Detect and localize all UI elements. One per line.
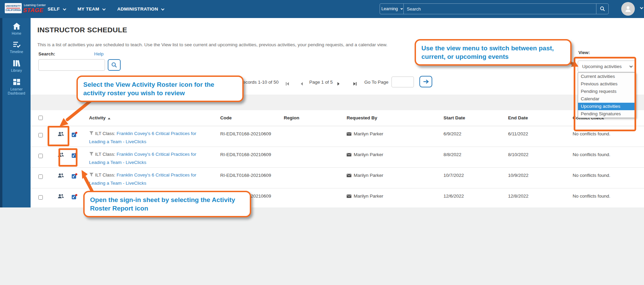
activity-type: ILT Class: bbox=[95, 172, 116, 178]
sidebar-item-learner-dashboard-label: Learner Dashboard bbox=[8, 87, 25, 95]
university-california-badge-icon: UNIVERSITY CALIFORNIA bbox=[5, 3, 22, 13]
first-page-icon bbox=[285, 82, 290, 86]
next-page-icon bbox=[337, 82, 340, 86]
table-row: ILT Class: Franklin Covey's 6 Critical P… bbox=[31, 147, 644, 168]
badge-line2: CALIFORNIA bbox=[5, 9, 21, 12]
chevron-down-icon bbox=[63, 7, 66, 11]
goto-page-input[interactable] bbox=[391, 77, 414, 87]
global-search-input[interactable] bbox=[403, 3, 596, 14]
callout-text: Use the view menu to switch between past… bbox=[421, 45, 554, 60]
row-checkbox[interactable] bbox=[38, 154, 43, 158]
end-date-cell: 12/8/2022 bbox=[508, 194, 528, 199]
dashboard-icon bbox=[12, 78, 21, 86]
badge-line1: UNIVERSITY bbox=[6, 5, 21, 7]
end-date-cell: 10/9/2022 bbox=[508, 173, 528, 178]
schedule-search-button[interactable] bbox=[108, 59, 121, 71]
sidebar-item-learner-dashboard[interactable]: Learner Dashboard bbox=[2, 78, 31, 95]
view-dropdown[interactable]: Upcoming activities bbox=[578, 61, 636, 72]
view-activity-roster-icon[interactable] bbox=[58, 132, 64, 138]
last-page-button[interactable] bbox=[353, 81, 357, 87]
callout-signin-sheet-tip: Open the sign-in sheet by selecting the … bbox=[83, 191, 251, 217]
column-header-region[interactable]: Region bbox=[284, 115, 299, 120]
view-dropdown-list: Current activities Previous activities P… bbox=[578, 72, 636, 118]
top-navigation-bar: UNIVERSITY CALIFORNIA Learning Center ST… bbox=[0, 0, 644, 18]
menu-self[interactable]: SELF bbox=[48, 0, 65, 18]
view-option-current-activities[interactable]: Current activities bbox=[578, 73, 636, 80]
column-header-activity[interactable]: Activity bbox=[89, 115, 110, 120]
select-all-checkbox[interactable] bbox=[38, 116, 43, 120]
account-menu-chevron-icon[interactable] bbox=[640, 6, 643, 9]
row-checkbox[interactable] bbox=[38, 195, 43, 200]
view-label: View: bbox=[578, 50, 590, 55]
requested-by-name: Marilyn Parker bbox=[354, 152, 383, 157]
requested-by-cell: Marilyn Parker bbox=[347, 173, 383, 178]
chevron-down-icon bbox=[400, 7, 403, 10]
code-cell: RI-EDILT0168-20210609 bbox=[220, 131, 271, 136]
next-page-button[interactable] bbox=[337, 81, 340, 87]
activity-roster-report-icon[interactable] bbox=[71, 194, 77, 201]
previous-page-button[interactable] bbox=[300, 81, 303, 87]
view-option-pending-signatures[interactable]: Pending Signatures bbox=[578, 110, 636, 118]
user-icon bbox=[624, 5, 632, 13]
start-date-cell: 12/6/2022 bbox=[443, 194, 464, 199]
conflict-check-cell: No conflicts found. bbox=[573, 173, 610, 178]
requested-by-cell: Marilyn Parker bbox=[347, 152, 383, 157]
sort-ascending-icon bbox=[108, 118, 110, 119]
end-date-cell: 6/11/2022 bbox=[508, 131, 528, 136]
first-page-button[interactable] bbox=[285, 81, 290, 87]
records-count: Records 1-10 of 50 bbox=[240, 80, 279, 85]
view-dropdown-value: Upcoming activities bbox=[582, 64, 622, 69]
envelope-icon bbox=[347, 174, 351, 177]
sidebar-item-home[interactable]: Home bbox=[2, 22, 31, 35]
activity-cell: ILT Class: Franklin Covey's 6 Critical P… bbox=[89, 130, 209, 146]
activity-roster-report-icon[interactable] bbox=[71, 132, 77, 139]
help-link[interactable]: Help bbox=[94, 51, 104, 56]
view-option-calendar[interactable]: Calendar bbox=[578, 95, 636, 103]
table-row: ILT Class: Franklin Covey's 6 Critical P… bbox=[31, 168, 644, 188]
search-icon bbox=[111, 62, 117, 68]
schedule-search-input[interactable] bbox=[38, 59, 105, 71]
chevron-down-icon bbox=[629, 64, 633, 68]
chevron-down-icon bbox=[161, 7, 164, 11]
start-date-cell: 10/7/2022 bbox=[443, 173, 464, 178]
uc-learning-center-logo[interactable]: UNIVERSITY CALIFORNIA Learning Center ST… bbox=[5, 3, 49, 16]
view-activity-roster-icon[interactable] bbox=[58, 173, 64, 180]
column-header-start-date[interactable]: Start Date bbox=[443, 115, 465, 120]
activity-roster-report-icon[interactable] bbox=[71, 173, 77, 180]
row-checkbox[interactable] bbox=[38, 133, 43, 137]
view-option-upcoming-activities[interactable]: Upcoming activities bbox=[578, 103, 636, 110]
previous-page-icon bbox=[300, 82, 303, 86]
code-cell: RI-EDILT0168-20210609 bbox=[220, 173, 271, 178]
page-status: Page 1 of 5 bbox=[309, 80, 333, 85]
menu-self-label: SELF bbox=[48, 6, 60, 12]
envelope-icon bbox=[347, 132, 351, 136]
menu-my-team[interactable]: MY TEAM bbox=[77, 0, 105, 18]
view-activity-roster-icon[interactable] bbox=[58, 152, 64, 159]
activity-roster-report-icon[interactable] bbox=[71, 152, 77, 160]
row-checkbox[interactable] bbox=[38, 174, 43, 179]
activity-type: ILT Class: bbox=[95, 152, 116, 157]
sidebar-item-timeline[interactable]: Timeline bbox=[2, 40, 31, 54]
view-option-previous-activities[interactable]: Previous activities bbox=[578, 80, 636, 88]
page-description: This is a list of activities you are sch… bbox=[37, 42, 387, 47]
goto-page-label: Go To Page bbox=[364, 80, 388, 85]
callout-view-menu-tip: Use the view menu to switch between past… bbox=[415, 39, 572, 66]
sidebar-item-library[interactable]: Library bbox=[2, 59, 31, 72]
goto-page-button[interactable] bbox=[419, 76, 432, 87]
user-avatar[interactable] bbox=[621, 2, 635, 16]
search-label: Search: bbox=[38, 51, 55, 56]
start-date-cell: 8/8/2022 bbox=[443, 152, 462, 157]
column-header-end-date[interactable]: End Date bbox=[508, 115, 528, 120]
column-header-requested-by[interactable]: Requested By bbox=[347, 115, 377, 120]
left-sidebar: Home Timeline Library bbox=[0, 18, 31, 207]
callout-view-roster-tip: Select the View Activity Roster icon for… bbox=[76, 76, 244, 102]
column-header-code[interactable]: Code bbox=[220, 115, 232, 120]
search-scope-dropdown[interactable]: Learning bbox=[380, 3, 404, 14]
global-search-button[interactable] bbox=[596, 3, 609, 14]
view-activity-roster-icon[interactable] bbox=[58, 194, 64, 200]
ilt-class-icon bbox=[89, 172, 94, 177]
menu-administration[interactable]: ADMINISTRATION bbox=[117, 0, 163, 18]
view-option-pending-requests[interactable]: Pending requests bbox=[578, 88, 636, 95]
sidebar-item-timeline-label: Timeline bbox=[10, 50, 23, 54]
sidebar-item-library-label: Library bbox=[11, 68, 22, 72]
